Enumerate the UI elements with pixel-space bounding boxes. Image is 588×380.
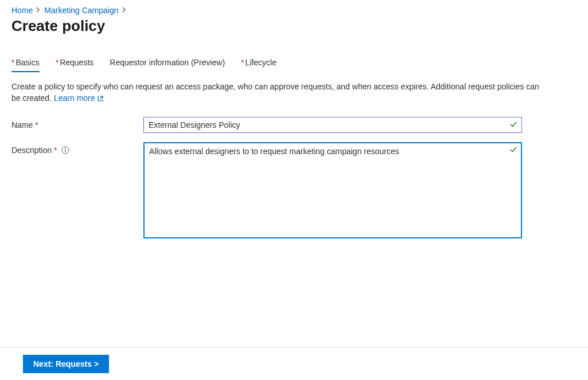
breadcrumb: Home Marketing Campaign	[11, 6, 577, 15]
description-textarea[interactable]	[143, 142, 522, 238]
tabs: *Basics *Requests Requestor information …	[11, 58, 577, 72]
tab-basics[interactable]: *Basics	[11, 58, 40, 72]
required-star: *	[56, 58, 59, 67]
breadcrumb-marketing-campaign[interactable]: Marketing Campaign	[44, 6, 118, 15]
chevron-right-icon	[122, 6, 127, 14]
learn-more-link[interactable]: Learn more	[54, 93, 104, 103]
external-link-icon	[97, 93, 104, 105]
info-icon[interactable]	[61, 146, 69, 154]
intro-text: Create a policy to specify who can reque…	[11, 81, 539, 105]
next-requests-button[interactable]: Next: Requests >	[23, 355, 109, 373]
footer-bar: Next: Requests >	[0, 347, 588, 380]
name-label: Name *	[11, 117, 143, 130]
required-star: *	[11, 58, 14, 67]
name-input[interactable]	[143, 117, 522, 133]
page-title: Create policy	[11, 17, 577, 35]
chevron-right-icon	[36, 6, 41, 14]
tab-label: Requestor information (Preview)	[110, 58, 225, 67]
tab-requestor-info[interactable]: Requestor information (Preview)	[110, 58, 225, 72]
tab-label: Requests	[60, 58, 94, 67]
tab-requests[interactable]: *Requests	[56, 58, 94, 72]
tab-label: Lifecycle	[246, 58, 277, 67]
required-star: *	[35, 120, 38, 130]
svg-point-1	[65, 148, 67, 149]
required-star: *	[54, 146, 57, 155]
form-row-name: Name *	[11, 117, 577, 133]
description-label: Description *	[11, 142, 143, 155]
breadcrumb-home[interactable]: Home	[11, 6, 33, 15]
tab-lifecycle[interactable]: *Lifecycle	[241, 58, 277, 72]
form-row-description: Description *	[11, 142, 577, 240]
tab-label: Basics	[15, 58, 39, 67]
svg-rect-2	[65, 150, 66, 152]
required-star: *	[241, 58, 244, 67]
